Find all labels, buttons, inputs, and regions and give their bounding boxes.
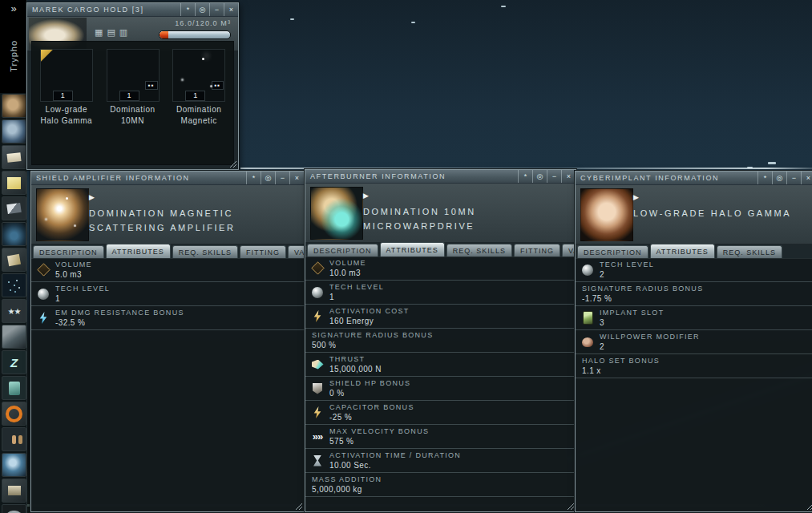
tab-req-skills[interactable]: REQ. SKILLS xyxy=(172,245,238,258)
notepad-icon[interactable] xyxy=(2,171,26,195)
window-titlebar[interactable]: SHIELD AMPLIFIER INFORMATION*◎−× xyxy=(31,172,304,185)
cargo-item[interactable]: ▪▪1DominationMagnetic xyxy=(170,49,228,157)
attribute-row: TECH LEVEL2 xyxy=(576,258,812,282)
tab-req-skills[interactable]: REQ. SKILLS xyxy=(446,244,512,256)
close-button[interactable]: × xyxy=(561,170,576,183)
attribute-icon-cell xyxy=(576,337,600,347)
bolt-blue-icon xyxy=(38,312,48,324)
tab-attributes[interactable]: ATTRIBUTES xyxy=(106,244,171,258)
attribute-value: 5.0 m3 xyxy=(55,269,92,280)
attribute-label: MASS ADDITION xyxy=(312,475,382,484)
window-titlebar[interactable]: AFTERBURNER INFORMATION*◎−× xyxy=(305,170,576,184)
corporation-icon[interactable] xyxy=(2,479,26,503)
meta-level-badge: ▪▪ xyxy=(145,81,158,90)
attribute-value: 2 xyxy=(600,341,700,352)
star xyxy=(501,6,506,7)
help-button[interactable]: ◎ xyxy=(261,172,275,184)
star xyxy=(290,18,294,20)
market-icon[interactable] xyxy=(2,376,26,400)
neocom-sidebar: » Trypho ★★Z xyxy=(0,0,27,513)
cargo-item[interactable]: ▪▪1Domination10MN xyxy=(104,49,162,157)
character-sheet-icon[interactable] xyxy=(2,94,26,118)
window-title: CYBERIMPLANT INFORMATION xyxy=(580,174,719,182)
attribute-value: 10.00 Sec. xyxy=(329,460,461,471)
attribute-label: MAX VELOCITY BONUS xyxy=(329,426,429,436)
hourglass-icon xyxy=(313,455,321,467)
attribute-icon-cell xyxy=(576,265,600,276)
star xyxy=(768,162,776,164)
tab-attributes[interactable]: ATTRIBUTES xyxy=(380,242,445,256)
attribute-text: VOLUME5.0 m3 xyxy=(55,260,92,280)
attribute-icon-cell xyxy=(305,310,329,322)
tab-req-skills[interactable]: REQ. SKILLS xyxy=(717,245,782,258)
pin-button[interactable]: * xyxy=(246,172,261,184)
icons-view-icon[interactable]: ▦ xyxy=(95,27,103,37)
tab-description[interactable]: DESCRIPTION xyxy=(577,245,648,258)
character-name-panel[interactable]: Trypho xyxy=(0,19,26,93)
attribute-text: WILLPOWER MODIFIER2 xyxy=(600,332,700,352)
info-window-header: ▶DOMINATION MAGNETIC SCATTERING AMPLIFIE… xyxy=(31,185,304,244)
minimize-button[interactable]: − xyxy=(209,3,224,16)
minimize-button[interactable]: − xyxy=(786,172,801,184)
window-title: SHIELD AMPLIFIER INFORMATION xyxy=(36,174,190,182)
help-button[interactable]: ◎ xyxy=(532,170,547,183)
tab-description[interactable]: DESCRIPTION xyxy=(307,244,378,256)
close-button[interactable]: × xyxy=(224,3,238,16)
minimize-button[interactable]: − xyxy=(547,170,561,183)
attribute-row: ACTIVATION TIME / DURATION10.00 Sec. xyxy=(305,449,576,473)
pin-button[interactable]: * xyxy=(757,172,772,184)
attribute-label: TECH LEVEL xyxy=(55,284,110,293)
neocom-expand-button[interactable]: » xyxy=(0,0,26,19)
attribute-text: MAX VELOCITY BONUS575 % xyxy=(329,426,429,446)
voice-icon[interactable] xyxy=(2,504,26,513)
quantity-badge: 1 xyxy=(185,91,205,101)
attribute-value: 1.1 x xyxy=(582,366,660,376)
attribute-row: TECH LEVEL1 xyxy=(305,281,576,305)
attribute-value: 0 % xyxy=(329,388,410,398)
cargo-window-titlebar[interactable]: MAREK CARGO HOLD [3] *◎−× xyxy=(27,3,238,17)
cargo-item-label: DominationMagnetic xyxy=(176,104,222,127)
attribute-text: HALO SET BONUS1.1 x xyxy=(576,356,660,376)
cargo-hold-window: MAREK CARGO HOLD [3] *◎−× ▦▤▥ 16.0/120.0… xyxy=(26,2,239,170)
pin-button[interactable]: * xyxy=(180,3,195,16)
attribute-label: EM DMG RESISTANCE BONUS xyxy=(55,308,184,317)
help-icon[interactable] xyxy=(2,402,26,426)
people-and-places-icon[interactable] xyxy=(2,119,26,143)
attribute-label: THRUST xyxy=(329,354,382,364)
tab-fitting[interactable]: FITTING xyxy=(514,244,560,256)
attribute-label: SHIELD HP BONUS xyxy=(329,378,410,388)
attribute-row: SHIELD HP BONUS0 % xyxy=(305,377,576,401)
tab-description[interactable]: DESCRIPTION xyxy=(33,245,104,258)
cargo-item-image: ▪▪1 xyxy=(107,49,160,102)
help-button[interactable]: ◎ xyxy=(195,3,209,16)
log-off-icon[interactable]: Z xyxy=(2,350,26,374)
attribute-icon-cell xyxy=(305,263,329,273)
cargo-item-label-line2: Magnetic xyxy=(176,115,222,127)
pin-button[interactable]: * xyxy=(518,170,532,183)
attribute-value: 575 % xyxy=(329,436,429,446)
close-button[interactable]: × xyxy=(801,172,812,184)
cargo-item-image: ▪▪1 xyxy=(172,49,225,102)
browser-icon[interactable] xyxy=(2,453,26,477)
shield-icon xyxy=(313,383,322,394)
mail-icon[interactable] xyxy=(2,145,26,169)
list-view-icon[interactable]: ▤ xyxy=(107,27,115,37)
channels-icon[interactable] xyxy=(2,427,26,451)
fleet-icon[interactable]: ★★ xyxy=(2,299,26,323)
assets-icon[interactable] xyxy=(2,325,26,349)
close-button[interactable]: × xyxy=(289,172,304,184)
help-button[interactable]: ◎ xyxy=(772,172,786,184)
attribute-value: 3 xyxy=(600,317,664,328)
attribute-label: TECH LEVEL xyxy=(600,260,654,269)
map-icon[interactable] xyxy=(2,222,26,246)
cargo-item[interactable]: 1Low-gradeHalo Gamma xyxy=(38,49,95,157)
minimize-button[interactable]: − xyxy=(275,172,289,184)
tab-fitting[interactable]: FITTING xyxy=(240,245,286,258)
log-icon[interactable] xyxy=(2,196,26,220)
journal-icon[interactable] xyxy=(2,248,26,272)
attribute-text: MASS ADDITION5,000,000 kg xyxy=(305,475,382,495)
star-map-icon[interactable] xyxy=(2,273,26,297)
window-titlebar[interactable]: CYBERIMPLANT INFORMATION*◎−× xyxy=(576,172,812,185)
details-view-icon[interactable]: ▥ xyxy=(119,27,127,37)
tab-attributes[interactable]: ATTRIBUTES xyxy=(650,244,715,258)
